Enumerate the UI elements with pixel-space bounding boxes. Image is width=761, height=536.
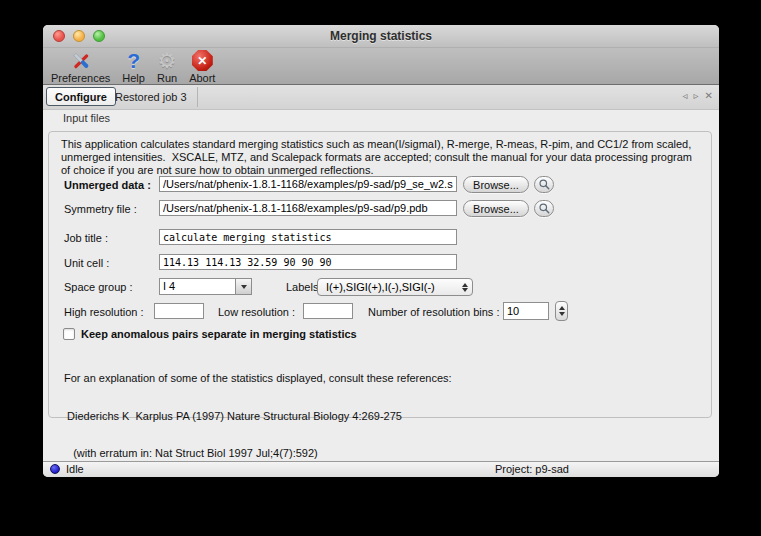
unit-cell-label: Unit cell : <box>64 256 109 270</box>
search-icon <box>538 178 551 191</box>
unmerged-data-label: Unmerged data : <box>64 178 151 192</box>
space-group-combobox[interactable]: I 4 <box>159 278 252 295</box>
tab-restored-job-3-label: Restored job 3 <box>115 91 187 103</box>
toolbar: Preferences ? Help ⚙ Run ✕ Abort <box>43 48 719 85</box>
abort-label: Abort <box>189 72 215 84</box>
high-resolution-label: High resolution : <box>64 305 144 319</box>
search-icon <box>538 202 551 215</box>
section-label: Input files <box>63 112 110 124</box>
help-button[interactable]: ? Help <box>122 49 145 85</box>
unmerged-data-search-button[interactable] <box>534 176 554 193</box>
tab-bar: Configure Restored job 3 ◃ ▹ ✕ <box>43 85 719 110</box>
unit-cell-input[interactable] <box>159 254 457 270</box>
high-resolution-input[interactable] <box>154 303 204 319</box>
unmerged-data-input[interactable] <box>159 176 457 192</box>
labels-value: I(+),SIGI(+),I(-),SIGI(-) <box>326 281 435 293</box>
tab-restored-job-3[interactable]: Restored job 3 <box>105 87 198 107</box>
references-intro: For an explanation of some of the statis… <box>64 372 452 385</box>
status-bar: Idle Project: p9-sad <box>43 461 719 477</box>
job-title-input[interactable] <box>159 229 457 245</box>
run-label: Run <box>157 72 177 84</box>
stepper-up-icon[interactable] <box>559 306 565 310</box>
abort-button[interactable]: ✕ Abort <box>189 49 215 85</box>
status-dot-icon <box>50 464 60 474</box>
space-group-value[interactable]: I 4 <box>159 278 236 295</box>
tab-close-icon[interactable]: ✕ <box>705 89 713 103</box>
space-group-label: Space group : <box>64 280 133 294</box>
unmerged-data-browse-button[interactable]: Browse... <box>463 176 529 193</box>
anomalous-checkbox-label: Keep anomalous pairs separate in merging… <box>81 328 357 340</box>
status-left: Idle <box>50 463 84 475</box>
resolution-bins-stepper[interactable] <box>555 301 568 321</box>
low-resolution-label: Low resolution : <box>218 305 295 319</box>
preferences-button[interactable]: Preferences <box>51 49 110 85</box>
project-label: Project: p9-sad <box>452 463 612 475</box>
browse-button-label: Browse... <box>473 203 519 215</box>
abort-icon: ✕ <box>192 50 213 71</box>
question-icon: ? <box>127 50 140 71</box>
chevron-down-icon[interactable] <box>236 278 252 295</box>
resolution-bins-label: Number of resolution bins : <box>368 305 499 319</box>
title-bar[interactable]: Merging statistics <box>43 25 719 48</box>
low-resolution-input[interactable] <box>303 303 353 319</box>
tab-forward-icon[interactable]: ▹ <box>694 89 699 103</box>
window-title: Merging statistics <box>43 29 719 43</box>
tools-icon <box>70 49 92 72</box>
symmetry-file-search-button[interactable] <box>534 200 554 217</box>
stepper-down-icon[interactable] <box>559 312 565 316</box>
configure-panel: Input files This application calculates … <box>43 110 719 461</box>
browse-button-label: Browse... <box>473 179 519 191</box>
anomalous-checkbox[interactable] <box>63 328 75 340</box>
references-block: For an explanation of some of the statis… <box>64 347 452 477</box>
app-window: Merging statistics Preferences ? Help ⚙ … <box>43 25 719 477</box>
anomalous-checkbox-row: Keep anomalous pairs separate in merging… <box>63 328 357 340</box>
reference-line: (with erratum in: Nat Struct Biol 1997 J… <box>64 447 452 460</box>
tab-nav: ◃ ▹ ✕ <box>683 89 713 103</box>
reference-line: Diederichs K Karplus PA (1997) Nature St… <box>64 410 452 423</box>
tab-back-icon[interactable]: ◃ <box>683 89 688 103</box>
preferences-label: Preferences <box>51 72 110 84</box>
job-title-label: Job title : <box>64 231 108 245</box>
symmetry-file-label: Symmetry file : <box>64 202 137 216</box>
help-label: Help <box>122 72 145 84</box>
gear-icon: ⚙ <box>158 50 177 71</box>
tab-configure-label: Configure <box>55 91 107 103</box>
run-button[interactable]: ⚙ Run <box>157 49 177 85</box>
labels-popup[interactable]: I(+),SIGI(+),I(-),SIGI(-) <box>317 278 473 296</box>
symmetry-file-input[interactable] <box>159 200 457 216</box>
description-text: This application calculates standard mer… <box>61 138 703 177</box>
updown-arrows-icon <box>462 283 468 292</box>
resolution-bins-input[interactable] <box>503 302 549 320</box>
symmetry-file-browse-button[interactable]: Browse... <box>463 200 529 217</box>
input-files-groupbox: This application calculates standard mer… <box>48 131 712 418</box>
status-text: Idle <box>66 463 84 475</box>
